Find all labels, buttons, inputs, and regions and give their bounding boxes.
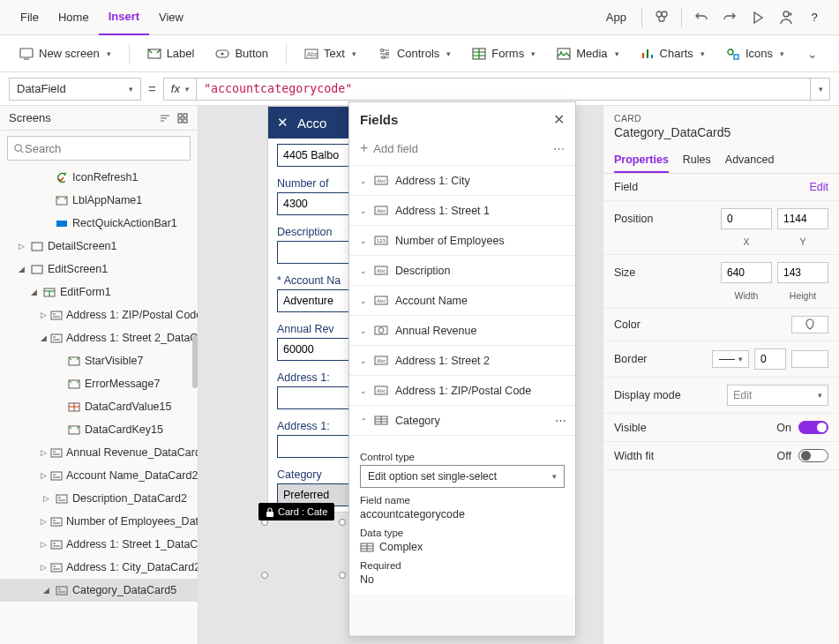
svg-rect-18 xyxy=(184,114,187,117)
fields-more-icon[interactable]: ⋯ xyxy=(553,142,565,155)
tree-grid-icon[interactable] xyxy=(176,112,189,124)
tree-label: DataCardValue15 xyxy=(85,401,171,413)
tree-node[interactable]: IconRefresh1 xyxy=(0,166,198,189)
field-item[interactable]: ⌄AbcAddress 1: Street 2 xyxy=(349,346,575,376)
text-button[interactable]: AbcText▾ xyxy=(296,41,365,67)
menu-app[interactable]: App xyxy=(596,0,636,35)
share-icon[interactable] xyxy=(772,4,800,32)
tree-node[interactable]: DataCardKey15 xyxy=(0,418,198,441)
media-button[interactable]: Media▾ xyxy=(548,41,627,67)
tree-node[interactable]: LblAppName1 xyxy=(0,189,198,212)
undo-icon[interactable] xyxy=(687,4,715,32)
tree-node[interactable]: ▷Description_DataCard2 xyxy=(0,487,198,510)
field-item[interactable]: ⌄AbcDescription xyxy=(349,256,575,286)
tree-node[interactable]: ▷Address 1: City_DataCard2 xyxy=(0,556,198,579)
tree-node[interactable]: ▷Address 1: ZIP/Postal Code_ xyxy=(0,303,198,326)
control-type-select[interactable]: Edit option set single-select▾ xyxy=(360,465,565,488)
fx-button[interactable]: fx▾ xyxy=(164,79,197,100)
field-item[interactable]: ⌄Annual Revenue xyxy=(349,316,575,346)
add-field-button[interactable]: +Add field xyxy=(360,140,418,156)
charts-button[interactable]: Charts▾ xyxy=(632,41,714,67)
tree-node[interactable]: ▷DetailScreen1 xyxy=(0,235,198,258)
field-label: Address 1: City xyxy=(395,175,470,187)
svg-rect-20 xyxy=(184,119,187,123)
tree-node[interactable]: RectQuickActionBar1 xyxy=(0,212,198,235)
button-button[interactable]: Button xyxy=(206,41,277,67)
equals-sign: = xyxy=(148,81,156,96)
data-type-value: Complex xyxy=(379,541,423,553)
prop-border-style[interactable]: ▾ xyxy=(712,350,749,368)
sublabel-w: Width xyxy=(721,290,772,301)
property-selector[interactable]: DataField▾ xyxy=(9,78,141,101)
resize-handle[interactable] xyxy=(339,572,346,579)
tab-properties[interactable]: Properties xyxy=(614,148,669,173)
prop-border-color[interactable] xyxy=(791,350,828,368)
prop-pos-x[interactable] xyxy=(721,208,772,229)
tree-search-input[interactable] xyxy=(25,142,184,155)
svg-point-11 xyxy=(382,56,385,58)
forms-button[interactable]: Forms▾ xyxy=(463,41,544,67)
tab-rules[interactable]: Rules xyxy=(683,148,711,173)
health-icon[interactable] xyxy=(648,4,676,32)
close-icon[interactable]: ✕ xyxy=(277,115,288,131)
prop-size-h[interactable] xyxy=(777,262,828,283)
field-more-icon[interactable]: ⋯ xyxy=(555,414,566,427)
svg-text:123: 123 xyxy=(377,238,386,243)
tree-node[interactable]: ErrorMessage7 xyxy=(0,372,198,395)
fields-close-icon[interactable]: ✕ xyxy=(553,111,565,128)
tree-label: EditScreen1 xyxy=(48,263,108,275)
tree-node[interactable]: ◢EditScreen1 xyxy=(0,258,198,281)
prop-color-picker[interactable] xyxy=(791,316,828,333)
icons-button[interactable]: Icons▾ xyxy=(717,41,793,67)
svg-point-2 xyxy=(783,11,789,17)
prop-pos-y[interactable] xyxy=(777,208,828,229)
fields-title: Fields xyxy=(360,112,398,127)
tree-node[interactable]: ▷Annual Revenue_DataCard2 xyxy=(0,441,198,464)
field-item[interactable]: ⌄AbcAddress 1: Street 1 xyxy=(349,196,575,226)
prop-border-width[interactable] xyxy=(754,348,786,370)
field-detail: Control type Edit option set single-sele… xyxy=(349,436,575,595)
ribbon-expand[interactable]: ⌄ xyxy=(797,41,827,67)
tree-node[interactable]: ◢EditForm1 xyxy=(0,281,198,303)
resize-handle[interactable] xyxy=(339,519,346,526)
tree-node[interactable]: ◢Address 1: Street 2_DataCar xyxy=(0,326,198,349)
redo-icon[interactable] xyxy=(715,4,744,32)
tree-scrollbar[interactable] xyxy=(192,335,198,388)
prop-widthfit-toggle[interactable] xyxy=(798,449,828,462)
field-item-expanded[interactable]: ⌄Category⋯ xyxy=(349,406,575,436)
lock-icon xyxy=(266,507,274,517)
menu-home[interactable]: Home xyxy=(49,0,99,35)
svg-point-6 xyxy=(221,53,223,55)
menu-insert[interactable]: Insert xyxy=(99,0,149,35)
forms-label: Forms xyxy=(491,47,524,60)
field-item[interactable]: ⌄AbcAddress 1: ZIP/Postal Code xyxy=(349,376,575,406)
help-icon[interactable]: ? xyxy=(800,4,828,32)
field-item[interactable]: ⌄123Number of Employees xyxy=(349,226,575,256)
tree-node[interactable]: ▷Address 1: Street 1_DataCar xyxy=(0,533,198,556)
tree-node[interactable]: StarVisible7 xyxy=(0,349,198,372)
prop-displaymode-select[interactable]: Edit▾ xyxy=(727,385,828,406)
svg-rect-24 xyxy=(32,243,42,251)
tree-node[interactable]: ▷Number of Employees_Data xyxy=(0,510,198,533)
label-button[interactable]: Label xyxy=(139,41,204,67)
tree-node-selected[interactable]: ◢Category_DataCard5 xyxy=(0,579,198,602)
resize-handle[interactable] xyxy=(261,572,268,579)
formula-input[interactable] xyxy=(197,82,810,95)
menu-view[interactable]: View xyxy=(149,0,193,35)
new-screen-button[interactable]: New screen▾ xyxy=(11,41,120,67)
tree-search[interactable] xyxy=(7,136,191,161)
prop-edit-link[interactable]: Edit xyxy=(809,181,828,193)
field-item[interactable]: ⌄AbcAddress 1: City xyxy=(349,166,575,196)
prop-visible-toggle[interactable] xyxy=(798,421,828,434)
play-icon[interactable] xyxy=(744,4,772,32)
tree-node[interactable]: ▷Account Name_DataCard2 xyxy=(0,464,198,487)
formula-expand[interactable]: ▾ xyxy=(810,79,829,100)
field-item[interactable]: ⌄AbcAccount Name xyxy=(349,286,575,316)
menu-file[interactable]: File xyxy=(11,0,49,35)
prop-size-w[interactable] xyxy=(721,262,772,283)
tree-node[interactable]: DataCardValue15 xyxy=(0,395,198,418)
tree-filter-icon[interactable] xyxy=(159,112,171,124)
controls-button[interactable]: Controls▾ xyxy=(369,41,460,67)
tab-advanced[interactable]: Advanced xyxy=(725,148,775,173)
svg-rect-38 xyxy=(51,564,62,572)
